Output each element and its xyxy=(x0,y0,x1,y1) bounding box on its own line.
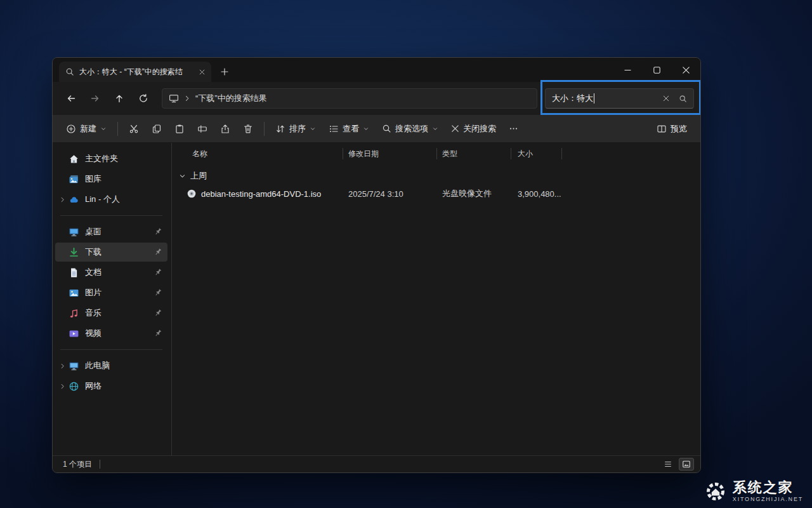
view-icon xyxy=(329,124,339,134)
breadcrumb-location[interactable]: “下载”中的搜索结果 xyxy=(195,93,267,104)
sidebar-item-label: 网络 xyxy=(85,380,102,392)
chevron-right-icon[interactable] xyxy=(56,381,69,391)
up-button[interactable] xyxy=(108,88,130,109)
sidebar-item-label: 文档 xyxy=(85,267,102,278)
sort-button[interactable]: 排序 xyxy=(270,118,322,140)
pin-icon xyxy=(152,266,164,279)
address-bar: “下载”中的搜索结果 大小：特大 xyxy=(53,82,700,115)
column-header-modified[interactable]: 修改日期 xyxy=(343,148,437,159)
sidebar-item-gallery[interactable]: 图库 xyxy=(55,170,167,189)
chevron-down-icon xyxy=(363,126,369,132)
delete-button[interactable] xyxy=(237,118,259,140)
file-name-cell: debian-testing-amd64-DVD-1.iso xyxy=(172,189,343,199)
column-header-size[interactable]: 大小 xyxy=(511,148,562,159)
tab-close-icon[interactable] xyxy=(196,66,207,77)
tab-bar: 大小：特大 - “下载”中的搜索结 xyxy=(53,58,700,82)
file-explorer-window: 大小：特大 - “下载”中的搜索结 xyxy=(52,57,701,473)
search-options-button[interactable]: 搜索选项 xyxy=(376,118,444,140)
sidebar-item-desktop[interactable]: 桌面 xyxy=(55,222,167,241)
file-name: debian-testing-amd64-DVD-1.iso xyxy=(201,189,321,199)
pin-icon xyxy=(152,307,164,319)
column-header-name[interactable]: 名称 xyxy=(172,148,343,159)
text-cursor xyxy=(594,93,594,104)
sidebar-item-videos[interactable]: 视频 xyxy=(55,324,167,343)
sidebar-item-network[interactable]: 网络 xyxy=(55,377,167,396)
sidebar-item-this-pc[interactable]: 此电脑 xyxy=(55,356,167,375)
watermark: 系统之家 XITONGZHIJIA.NET xyxy=(704,480,803,503)
home-icon xyxy=(69,154,79,164)
sidebar-item-label: 桌面 xyxy=(85,226,102,237)
sidebar-item-label: 主文件夹 xyxy=(85,153,118,164)
group-label: 上周 xyxy=(190,170,207,182)
rename-button[interactable] xyxy=(192,118,213,140)
share-button[interactable] xyxy=(214,118,236,140)
explorer-tab[interactable]: 大小：特大 - “下载”中的搜索结 xyxy=(59,62,211,82)
file-type: 光盘映像文件 xyxy=(437,188,511,199)
new-button[interactable]: 新建 xyxy=(60,118,112,140)
videos-icon xyxy=(69,328,79,339)
search-input[interactable]: 大小：特大 xyxy=(545,88,694,109)
copy-button[interactable] xyxy=(146,118,167,140)
chevron-down-icon[interactable] xyxy=(179,173,186,180)
chevron-right-icon[interactable] xyxy=(56,194,69,204)
details-view-button[interactable] xyxy=(660,458,676,471)
sidebar-item-label: 视频 xyxy=(85,328,102,339)
sort-button-label: 排序 xyxy=(289,123,306,135)
file-size: 3,900,480... xyxy=(511,189,562,199)
view-button[interactable]: 查看 xyxy=(323,118,375,140)
sidebar-item-label: 此电脑 xyxy=(85,360,110,371)
minimize-button[interactable] xyxy=(613,58,642,82)
sidebar-item-pictures[interactable]: 图片 xyxy=(55,283,167,302)
watermark-site: XITONGZHIJIA.NET xyxy=(733,497,803,502)
sidebar-item-label: 下载 xyxy=(85,246,102,258)
this-pc-icon xyxy=(69,361,79,371)
desktop-icon xyxy=(69,227,79,237)
new-tab-button[interactable] xyxy=(216,64,233,80)
sidebar-item-home[interactable]: 主文件夹 xyxy=(55,149,167,168)
sort-icon xyxy=(275,124,285,134)
more-options-button[interactable] xyxy=(503,118,524,140)
sidebar-item-documents[interactable]: 文档 xyxy=(55,263,167,282)
sidebar-item-downloads[interactable]: 下载 xyxy=(55,243,167,262)
clear-search-icon[interactable] xyxy=(658,90,674,107)
group-header-last-week[interactable]: 上周 xyxy=(172,167,700,185)
status-bar: 1 个项目 xyxy=(53,455,700,472)
sidebar-separator xyxy=(60,215,162,216)
documents-icon xyxy=(69,267,79,278)
chevron-down-icon xyxy=(310,126,316,132)
file-row[interactable]: debian-testing-amd64-DVD-1.iso 2025/7/24… xyxy=(172,185,700,203)
pin-icon xyxy=(152,327,164,340)
maximize-button[interactable] xyxy=(642,58,671,82)
onedrive-icon xyxy=(69,194,79,205)
pin-icon xyxy=(152,246,164,258)
watermark-name: 系统之家 xyxy=(733,480,803,495)
sidebar-item-onedrive[interactable]: Lin - 个人 xyxy=(55,190,167,209)
sidebar-item-label: Lin - 个人 xyxy=(85,194,120,205)
forward-button[interactable] xyxy=(84,88,106,109)
view-button-label: 查看 xyxy=(343,123,359,135)
close-search-button[interactable]: 关闭搜索 xyxy=(445,118,502,140)
close-button[interactable] xyxy=(671,58,700,82)
sidebar-item-music[interactable]: 音乐 xyxy=(55,304,167,323)
preview-icon xyxy=(657,124,667,134)
xitongzhijia-logo xyxy=(704,480,727,503)
pictures-icon xyxy=(69,288,79,298)
window-controls xyxy=(613,58,700,82)
preview-button[interactable]: 预览 xyxy=(651,118,693,140)
sidebar-item-label: 图片 xyxy=(85,287,102,298)
chevron-right-icon[interactable] xyxy=(56,361,69,371)
new-button-label: 新建 xyxy=(80,123,96,135)
pin-icon xyxy=(152,286,164,299)
search-submit-icon[interactable] xyxy=(674,90,691,107)
large-icons-view-button[interactable] xyxy=(679,458,694,471)
refresh-button[interactable] xyxy=(133,88,154,109)
column-headers: 名称 修改日期 类型 大小 xyxy=(172,145,700,162)
sidebar-item-label: 图库 xyxy=(85,173,102,185)
back-button[interactable] xyxy=(60,88,82,109)
paste-button[interactable] xyxy=(169,118,190,140)
breadcrumb[interactable]: “下载”中的搜索结果 xyxy=(162,88,537,109)
column-header-type[interactable]: 类型 xyxy=(437,148,511,159)
cut-button[interactable] xyxy=(123,118,145,140)
toolbar-separator xyxy=(117,122,118,136)
gallery-icon xyxy=(69,174,79,185)
